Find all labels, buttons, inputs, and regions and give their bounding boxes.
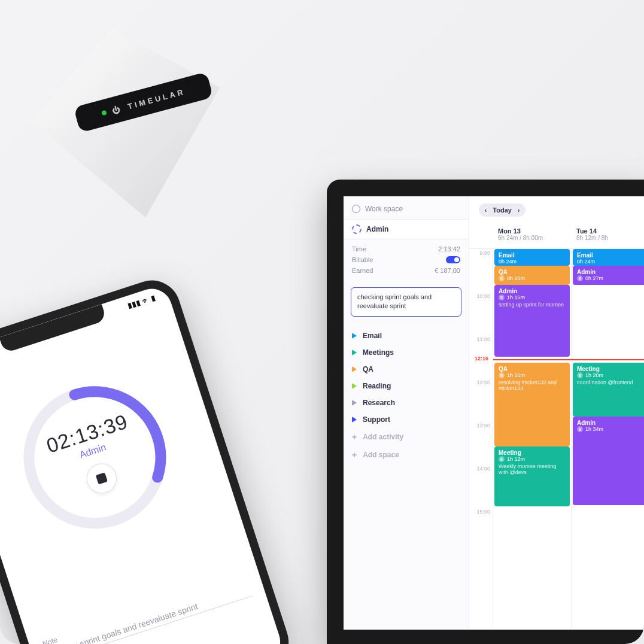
activity-label: Email <box>363 332 382 340</box>
activity-label: Support <box>363 415 390 424</box>
event-title: Email <box>499 252 566 259</box>
sidebar: Work space Admin Time 2:13:42 Billable <box>344 196 469 630</box>
event-meta: $0h 27m <box>577 275 644 281</box>
billable-icon: $ <box>499 275 505 281</box>
hour-label: 9:00 <box>469 249 493 292</box>
hour-label: 14:00 <box>469 464 493 508</box>
activity-item-qa[interactable]: QA <box>344 361 469 378</box>
plus-icon: + <box>352 450 357 460</box>
stop-icon <box>96 472 108 484</box>
event-meta: $1h 20m <box>577 372 644 378</box>
calendar-event[interactable]: Email0h 24m <box>494 249 570 266</box>
event-meta: $1h 56m <box>499 372 566 378</box>
billable-icon: $ <box>499 294 505 300</box>
gear-icon[interactable] <box>352 205 360 213</box>
event-description: setting up sprint for momee <box>499 302 566 308</box>
event-title: QA <box>499 269 566 275</box>
billable-toggle[interactable] <box>446 256 460 263</box>
calendar-event[interactable]: Meeting$1h 12mWeekly momee meeting with … <box>494 446 570 506</box>
now-line <box>493 359 644 360</box>
event-meta: $1h 12m <box>499 456 566 462</box>
event-meta: $1h 34m <box>577 426 644 432</box>
calendar-event[interactable]: Admin$1h 34m <box>573 417 644 505</box>
wifi-icon: ᯤ <box>141 296 151 306</box>
chevron-right-icon[interactable]: › <box>518 207 520 214</box>
project-color-icon <box>352 224 362 234</box>
chevron-left-icon[interactable]: ‹ <box>485 207 487 214</box>
power-icon: ⏻ <box>111 104 123 115</box>
play-icon <box>352 366 357 372</box>
activity-item-email[interactable]: Email <box>344 327 469 344</box>
calendar-event[interactable]: Admin$1h 15msetting up sprint for momee <box>494 285 570 357</box>
billable-icon: $ <box>577 426 583 432</box>
note-textarea[interactable]: checking sprint goals and reevaluate spr… <box>351 287 461 317</box>
project-row[interactable]: Admin <box>344 219 469 239</box>
billable-icon: $ <box>577 372 583 378</box>
billable-label: Billable <box>352 256 373 263</box>
add-activity-button[interactable]: + Add activity <box>344 428 469 446</box>
add-space-button[interactable]: + Add space <box>344 446 469 464</box>
event-title: Admin <box>499 288 566 294</box>
today-label: Today <box>493 206 512 214</box>
calendar-event[interactable]: Admin$0h 27m <box>573 266 644 285</box>
earned-label: Earned <box>352 267 373 274</box>
activity-item-support[interactable]: Support <box>344 411 469 428</box>
earned-value: € 187,00 <box>435 267 460 274</box>
event-title: Email <box>577 252 644 259</box>
event-title: Meeting <box>577 366 644 372</box>
now-time: 12:16 <box>469 356 491 362</box>
event-description: coordination @frontend <box>577 379 644 385</box>
calendar-event[interactable]: QA$0h 26m <box>494 266 570 285</box>
tracker-device: ⏻ TIMEULAR <box>18 6 281 269</box>
activity-label: Reading <box>363 382 391 390</box>
event-title: QA <box>499 366 566 372</box>
laptop-device: Work space Admin Time 2:13:42 Billable <box>327 180 644 644</box>
day-column-tue[interactable]: Email0h 24mAdmin$0h 27mMeeting$1h 20mcoo… <box>572 249 644 630</box>
billable-icon: $ <box>499 372 505 378</box>
event-title: Admin <box>577 269 644 275</box>
calendar-event[interactable]: Email0h 24m <box>573 249 644 266</box>
event-description: resolving #ticket132 and #ticket133 <box>499 379 566 391</box>
activity-label: Research <box>363 399 395 407</box>
billable-icon: $ <box>577 275 583 281</box>
event-meta: 0h 24m <box>577 259 644 265</box>
workspace-title: Work space <box>365 205 403 213</box>
day-sub-tue: 8h 12m / 8h <box>576 235 644 241</box>
day-column-mon[interactable]: Email0h 24mQA$0h 26mAdmin$1h 15msetting … <box>493 249 572 630</box>
hour-label: 10:00 <box>469 292 493 335</box>
hour-label: 15:00 <box>469 508 493 551</box>
day-header-tue: Tue 14 <box>576 227 644 235</box>
date-picker[interactable]: ‹ Today › <box>479 203 525 217</box>
project-name: Admin <box>366 225 388 233</box>
activity-item-reading[interactable]: Reading <box>344 378 469 394</box>
led-icon <box>101 110 107 116</box>
activity-label: QA <box>363 365 373 373</box>
hour-label: 12:00 <box>469 378 493 421</box>
activity-item-research[interactable]: Research <box>344 394 469 411</box>
activity-item-meetings[interactable]: Meetings <box>344 344 469 361</box>
calendar-event[interactable]: Meeting$1h 20mcoordination @frontend <box>573 363 644 417</box>
calendar: ‹ Today › Mon 13 6h 24m / 8h 00m Tue 14 … <box>469 196 644 630</box>
event-meta: $1h 15m <box>499 294 566 300</box>
play-icon <box>352 333 357 339</box>
event-meta: $0h 26m <box>499 275 566 281</box>
billable-icon: $ <box>499 456 505 462</box>
timer-ring: 02:13:39 Admin <box>0 359 193 555</box>
play-icon <box>352 417 357 423</box>
play-icon <box>352 350 357 356</box>
event-meta: 0h 24m <box>499 259 566 265</box>
hour-label: 13:00 <box>469 421 493 464</box>
day-header-mon: Mon 13 <box>498 227 567 235</box>
play-icon <box>352 383 357 389</box>
note-label: Note <box>41 574 248 644</box>
signal-icon: ▮▮▮ <box>127 298 142 311</box>
day-sub-mon: 6h 24m / 8h 00m <box>498 235 567 241</box>
calendar-event[interactable]: QA$1h 56mresolving #ticket132 and #ticke… <box>494 363 570 446</box>
play-icon <box>352 400 357 406</box>
event-title: Admin <box>577 420 644 426</box>
activity-label: Meetings <box>363 348 394 357</box>
phone-device: 15:37 ◂ ▮▮▮ ᯤ ▮ 02:13:39 Admin <box>0 273 296 644</box>
stop-button[interactable] <box>83 459 120 497</box>
time-label: Time <box>352 245 366 253</box>
event-title: Meeting <box>499 449 566 456</box>
